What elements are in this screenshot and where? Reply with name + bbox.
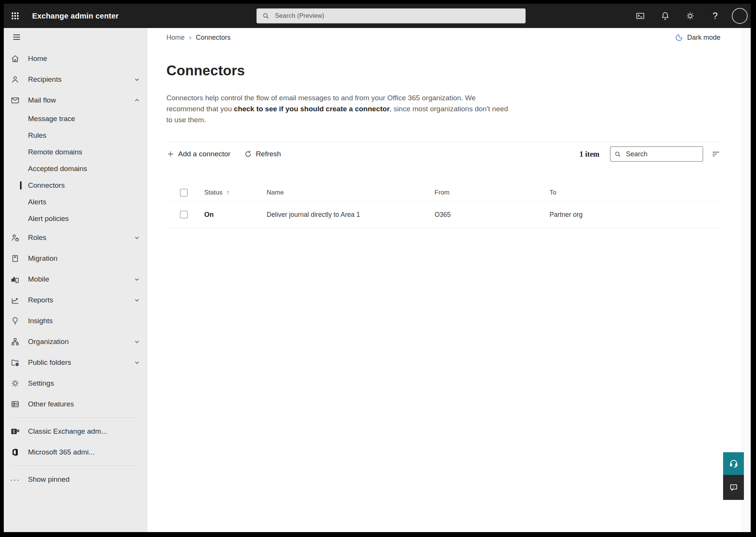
sidebar-item-label: Classic Exchange adm...	[28, 427, 140, 436]
sidebar-item-label: Insights	[28, 317, 140, 325]
sidebar-item-organization[interactable]: Organization	[4, 331, 147, 352]
top-bar: Exchange admin center	[4, 4, 751, 28]
sidebar-item-microsoft-365-admin[interactable]: Microsoft 365 admi...	[4, 442, 147, 462]
reports-icon	[11, 296, 20, 305]
global-search-box[interactable]	[256, 8, 526, 23]
list-search-box[interactable]	[610, 146, 703, 162]
refresh-button[interactable]: Refresh	[244, 150, 281, 158]
folder-globe-icon	[11, 358, 20, 367]
sidebar-item-reports[interactable]: Reports	[4, 290, 147, 310]
filter-button[interactable]	[711, 149, 720, 159]
sidebar-item-label: Home	[28, 54, 140, 63]
list-search-input[interactable]	[625, 150, 699, 159]
sidebar-item-insights[interactable]: Insights	[4, 310, 147, 331]
notifications-button[interactable]	[655, 7, 675, 25]
add-connector-label: Add a connector	[178, 150, 230, 158]
chevron-down-icon	[134, 297, 140, 303]
hamburger-icon	[12, 33, 21, 42]
microsoft-365-logo-icon	[11, 448, 20, 457]
sidebar-item-accepted-domains[interactable]: Accepted domains	[4, 160, 147, 177]
column-header-label: Status	[204, 189, 222, 196]
sidebar-item-remote-domains[interactable]: Remote domains	[4, 144, 147, 160]
sidebar-item-alerts[interactable]: Alerts	[4, 194, 147, 210]
feedback-button[interactable]	[723, 475, 744, 500]
sidebar-divider	[11, 465, 138, 466]
refresh-label: Refresh	[256, 150, 281, 158]
bell-icon	[661, 11, 670, 20]
app-title: Exchange admin center	[32, 12, 119, 20]
row-name[interactable]: Deliver journal directly to Area 1	[267, 211, 435, 219]
table-icon	[11, 400, 20, 409]
gear-icon	[11, 379, 20, 388]
breadcrumb-home-link[interactable]: Home	[166, 34, 185, 42]
description-emphasis-link[interactable]: check to see if you should create a conn…	[234, 105, 390, 113]
gear-icon	[686, 11, 695, 20]
sidebar-item-home[interactable]: Home	[4, 48, 147, 69]
column-header-to[interactable]: To	[550, 189, 720, 196]
column-header-status[interactable]: Status ↑	[204, 189, 267, 196]
sidebar: Home Recipients Mai	[4, 28, 147, 532]
sort-ascending-icon: ↑	[226, 189, 229, 196]
global-search-input[interactable]	[274, 12, 520, 20]
support-button[interactable]	[723, 452, 744, 475]
sidebar-item-recipients[interactable]: Recipients	[4, 69, 147, 90]
headset-icon	[729, 459, 739, 469]
sidebar-item-roles[interactable]: Roles	[4, 227, 147, 248]
terminal-icon	[636, 11, 645, 20]
sidebar-item-label: Organization	[28, 338, 134, 346]
column-header-name[interactable]: Name	[267, 189, 435, 196]
sidebar-item-show-pinned[interactable]: ··· Show pinned	[4, 469, 147, 490]
help-button[interactable]: ?	[705, 7, 725, 25]
classic-exchange-logo-icon	[11, 427, 20, 436]
sidebar-item-label: Show pinned	[28, 475, 140, 484]
sidebar-item-label: Mail flow	[28, 96, 134, 104]
sidebar-item-label: Recipients	[28, 75, 134, 84]
mobile-icon	[11, 275, 20, 284]
sidebar-item-alert-policies[interactable]: Alert policies	[4, 210, 147, 227]
toolbar-right: 1 item	[579, 146, 720, 162]
dark-mode-label: Dark mode	[687, 34, 720, 42]
sidebar-item-mobile[interactable]: Mobile	[4, 269, 147, 290]
sidebar-item-migration[interactable]: Migration	[4, 248, 147, 269]
table-row[interactable]: On Deliver journal directly to Area 1 O3…	[166, 202, 720, 228]
sidebar-item-other-features[interactable]: Other features	[4, 394, 147, 414]
sidebar-item-connectors[interactable]: Connectors	[4, 177, 147, 194]
sidebar-item-classic-exchange[interactable]: Classic Exchange adm...	[4, 421, 147, 442]
breadcrumb: Home › Connectors	[166, 34, 231, 42]
powershell-button[interactable]	[630, 7, 650, 25]
chevron-down-icon	[134, 360, 140, 366]
column-header-from[interactable]: From	[435, 189, 550, 196]
floating-action-stack	[723, 452, 744, 500]
breadcrumb-current: Connectors	[196, 34, 231, 42]
settings-button[interactable]	[680, 7, 700, 25]
sidebar-item-rules[interactable]: Rules	[4, 127, 147, 144]
chevron-down-icon	[134, 76, 140, 82]
collapse-nav-button[interactable]	[9, 30, 24, 45]
dark-mode-toggle[interactable]: Dark mode	[675, 33, 720, 42]
account-avatar[interactable]	[732, 8, 748, 24]
lightbulb-icon	[11, 316, 20, 325]
plus-icon	[166, 150, 175, 158]
add-connector-button[interactable]: Add a connector	[166, 150, 230, 158]
sidebar-item-settings[interactable]: Settings	[4, 373, 147, 394]
migration-icon	[11, 254, 20, 263]
sidebar-item-label: Rules	[28, 131, 47, 140]
chat-feedback-icon	[729, 483, 739, 492]
sidebar-item-label: Migration	[28, 254, 140, 263]
search-icon	[614, 151, 621, 158]
sidebar-item-label: Microsoft 365 admi...	[28, 448, 140, 456]
select-all-checkbox[interactable]	[180, 189, 188, 196]
sidebar-item-label: Connectors	[28, 181, 65, 190]
chevron-down-icon	[134, 235, 140, 241]
sidebar-item-public-folders[interactable]: Public folders	[4, 352, 147, 373]
sidebar-item-label: Settings	[28, 379, 140, 388]
app-launcher-button[interactable]	[6, 7, 24, 25]
sidebar-item-label: Public folders	[28, 358, 134, 367]
sidebar-item-message-trace[interactable]: Message trace	[4, 111, 147, 127]
sidebar-item-mail-flow[interactable]: Mail flow	[4, 90, 147, 111]
filter-icon	[711, 149, 720, 159]
breadcrumb-row: Home › Connectors Dark mode	[166, 33, 720, 42]
row-checkbox[interactable]	[180, 211, 188, 218]
sidebar-item-label: Alert policies	[28, 215, 69, 223]
chevron-down-icon	[134, 276, 140, 282]
